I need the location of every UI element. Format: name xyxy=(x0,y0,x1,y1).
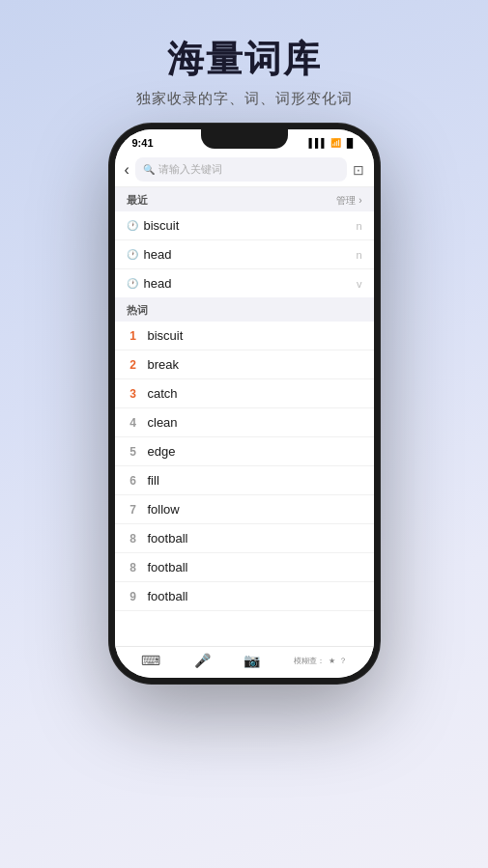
history-icon: 🕐 xyxy=(127,220,138,231)
hot-section-header: 热词 xyxy=(115,297,374,322)
phone-inner: 9:41 ▌▌▌ 📶 ▐▌ ‹ 🔍 请输入关键词 ⊡ 最近 管理 › xyxy=(115,129,374,678)
history-icon: 🕐 xyxy=(127,249,138,260)
hot-rank: 8 xyxy=(127,532,140,546)
hot-rank: 4 xyxy=(127,416,140,430)
word-text: biscuit xyxy=(144,218,351,233)
phone-notch xyxy=(201,129,288,149)
hot-word: edge xyxy=(148,444,176,459)
hot-word: clean xyxy=(148,415,178,430)
hot-list: 1 biscuit 2 break 3 catch 4 clean 5 ed xyxy=(115,322,374,646)
hot-rank: 5 xyxy=(127,445,140,459)
hot-item[interactable]: 6 fill xyxy=(115,466,374,495)
battery-icon: ▐▌ xyxy=(344,138,357,148)
hot-word: catch xyxy=(148,386,178,401)
hot-item[interactable]: 7 follow xyxy=(115,495,374,524)
recent-title: 最近 xyxy=(127,193,148,208)
hot-item[interactable]: 5 edge xyxy=(115,437,374,466)
status-bar: 9:41 ▌▌▌ 📶 ▐▌ xyxy=(115,129,374,153)
word-type: n xyxy=(356,220,361,232)
recent-list: 🕐 biscuit n 🕐 head n 🕐 head v xyxy=(115,211,374,297)
back-button[interactable]: ‹ xyxy=(125,161,129,179)
hot-item[interactable]: 3 catch xyxy=(115,379,374,408)
hot-rank: 8 xyxy=(127,561,140,574)
word-text: head xyxy=(144,247,351,262)
hot-word: football xyxy=(148,589,188,603)
search-input-area[interactable]: 🔍 请输入关键词 xyxy=(135,157,347,182)
signal-icon: ▌▌▌ xyxy=(309,138,328,148)
hot-rank: 6 xyxy=(127,474,140,488)
search-bar: ‹ 🔍 请输入关键词 ⊡ xyxy=(115,153,374,187)
fuzzy-search-area: 模糊查： ★ ？ xyxy=(294,656,347,666)
history-icon: 🕐 xyxy=(127,278,138,289)
hot-title: 热词 xyxy=(127,303,148,318)
search-placeholder: 请输入关键词 xyxy=(158,162,222,177)
hot-item[interactable]: 4 clean xyxy=(115,408,374,437)
word-text: head xyxy=(144,276,352,291)
hot-item[interactable]: 8 football xyxy=(115,553,374,582)
bottom-toolbar: ⌨ 🎤 📷 模糊查： ★ ？ xyxy=(115,646,374,678)
hot-word: football xyxy=(148,560,188,574)
hot-item[interactable]: 1 biscuit xyxy=(115,322,374,350)
question-button[interactable]: ？ xyxy=(339,656,347,666)
phone-shell: 9:41 ▌▌▌ 📶 ▐▌ ‹ 🔍 请输入关键词 ⊡ 最近 管理 › xyxy=(109,124,380,684)
hot-rank: 3 xyxy=(127,387,140,401)
hot-item[interactable]: 8 football xyxy=(115,524,374,553)
hot-item[interactable]: 2 break xyxy=(115,350,374,379)
hot-word: football xyxy=(148,531,188,546)
list-item[interactable]: 🕐 biscuit n xyxy=(115,211,374,240)
hot-rank: 1 xyxy=(127,329,140,343)
recent-section-header: 最近 管理 › xyxy=(115,187,374,211)
manage-button[interactable]: 管理 › xyxy=(336,194,361,208)
hot-word: fill xyxy=(148,473,159,488)
list-container: 最近 管理 › 🕐 biscuit n 🕐 head n 🕐 head xyxy=(115,187,374,646)
hot-rank: 7 xyxy=(127,503,140,517)
status-icons: ▌▌▌ 📶 ▐▌ xyxy=(309,138,357,148)
page-header: 海量词库 独家收录的字、词、词形变化词 xyxy=(117,0,372,124)
hot-word: break xyxy=(148,357,180,372)
hot-word: follow xyxy=(148,502,180,517)
scan-icon[interactable]: ⊡ xyxy=(353,162,364,178)
status-time: 9:41 xyxy=(132,137,154,149)
fuzzy-label: 模糊查： xyxy=(294,656,325,666)
page-subtitle: 独家收录的字、词、词形变化词 xyxy=(136,90,353,108)
word-type: v xyxy=(357,278,362,290)
hot-rank: 9 xyxy=(127,590,140,603)
list-item[interactable]: 🕐 head v xyxy=(115,269,374,297)
hot-word: biscuit xyxy=(148,328,184,343)
hot-rank: 2 xyxy=(127,358,140,372)
page-title: 海量词库 xyxy=(136,35,353,84)
camera-button[interactable]: 📷 xyxy=(244,653,260,668)
mic-button[interactable]: 🎤 xyxy=(194,653,211,668)
wifi-icon: 📶 xyxy=(330,138,341,148)
list-item[interactable]: 🕐 head n xyxy=(115,240,374,269)
star-button[interactable]: ★ xyxy=(329,657,335,665)
search-icon: 🔍 xyxy=(143,164,155,175)
word-type: n xyxy=(356,249,361,261)
keyboard-button[interactable]: ⌨ xyxy=(141,653,160,668)
hot-item[interactable]: 9 football xyxy=(115,582,374,611)
